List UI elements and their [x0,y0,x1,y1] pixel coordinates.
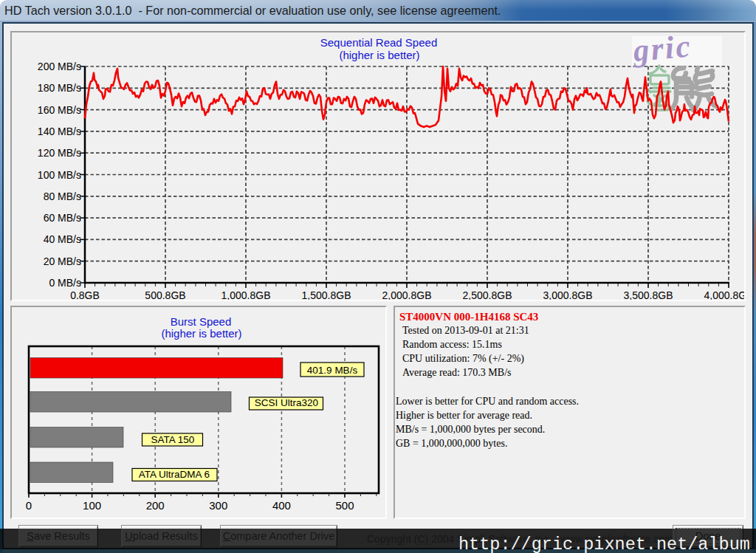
svg-text:500.8GB: 500.8GB [145,289,185,301]
svg-text:1,500.8GB: 1,500.8GB [302,289,351,301]
svg-text:401.9 MB/s: 401.9 MB/s [307,365,358,376]
svg-text:3,500.8GB: 3,500.8GB [624,289,673,301]
svg-text:(higher is better): (higher is better) [339,49,419,61]
svg-text:0 MB/s: 0 MB/s [49,277,81,289]
svg-text:100: 100 [83,499,101,512]
svg-text:200: 200 [146,499,165,512]
svg-text:180 MB/s: 180 MB/s [38,82,81,94]
svg-text:60 MB/s: 60 MB/s [44,212,81,224]
svg-text:0.8GB: 0.8GB [70,289,100,301]
svg-text:300: 300 [209,499,227,512]
svg-text:160 MB/s: 160 MB/s [38,104,81,116]
svg-text:3,000.8GB: 3,000.8GB [543,289,593,301]
svg-text:20 MB/s: 20 MB/s [44,255,81,267]
svg-text:40 MB/s: 40 MB/s [44,233,81,245]
svg-text:80 MB/s: 80 MB/s [44,190,81,202]
svg-text:4,000.8GB: 4,000.8GB [704,289,746,301]
svg-text:ATA UltraDMA 6: ATA UltraDMA 6 [139,469,210,480]
svg-text:SCSI Ultra320: SCSI Ultra320 [255,397,318,408]
svg-text:SATA 150: SATA 150 [151,434,195,445]
svg-text:140 MB/s: 140 MB/s [38,126,81,137]
svg-text:gric: gric [631,32,693,68]
svg-text:0: 0 [26,499,32,512]
svg-text:(higher is better): (higher is better) [161,327,241,340]
svg-text:2,500.8GB: 2,500.8GB [463,289,512,301]
svg-text:400: 400 [272,499,291,512]
svg-text:200 MB/s: 200 MB/s [38,61,81,72]
svg-text:1,000.8GB: 1,000.8GB [221,289,271,301]
svg-text:Burst Speed: Burst Speed [171,315,232,328]
svg-text:2,000.8GB: 2,000.8GB [382,289,432,301]
svg-text:100 MB/s: 100 MB/s [38,169,81,181]
svg-text:120 MB/s: 120 MB/s [38,147,81,159]
svg-text:Sequential Read Speed: Sequential Read Speed [320,36,437,49]
svg-text:500: 500 [335,499,354,512]
